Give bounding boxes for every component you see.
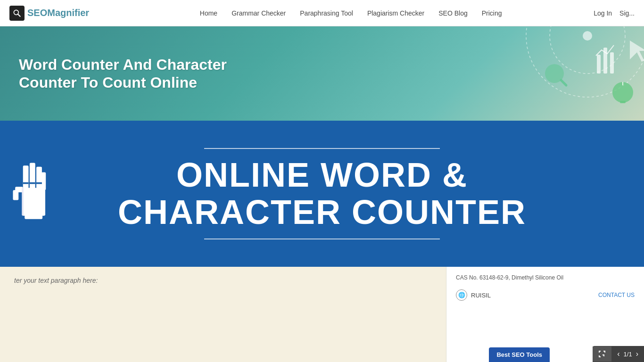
svg-rect-18 [41,173,46,190]
ruisil-label: RUISIL [471,292,491,299]
svg-point-4 [583,31,592,41]
navbar: SEOMagnifier Home Grammar Checker Paraph… [0,0,644,26]
svg-line-6 [561,80,566,85]
next-page-button[interactable]: › [636,350,638,358]
nav-links: Home Grammar Checker Paraphrasing Tool P… [108,9,594,17]
hero-decoration [408,26,644,121]
nav-paraphrasing-tool[interactable]: Paraphrasing Tool [300,9,353,17]
svg-rect-7 [597,55,601,74]
svg-rect-9 [610,52,614,74]
nav-home[interactable]: Home [200,9,217,17]
cas-text: CAS No. 63148-62-9, Dimethyl Silicone Oi… [456,274,635,281]
svg-rect-12 [620,101,626,103]
svg-rect-20 [13,190,18,200]
text-input-placeholder: ter your text paragraph here: [14,277,98,284]
bottom-area: ter your text paragraph here: CAS No. 63… [0,267,644,362]
globe-icon: 🌐 [456,289,467,301]
svg-rect-22 [30,182,35,184]
pixel-hand-icon [9,160,57,228]
svg-rect-14 [22,188,45,216]
logo-icon [9,6,25,21]
svg-rect-15 [23,165,29,190]
svg-rect-17 [36,167,42,190]
banner-title: ONLINE WORD & CHARACTER COUNTER [118,156,526,231]
seo-tools-badge[interactable]: Best SEO Tools [489,347,550,362]
page-indicator: 1/1 [624,351,632,358]
main-banner: ONLINE WORD & CHARACTER COUNTER [0,121,644,267]
hero-banner: Word Counter And Character Counter To Co… [0,26,644,121]
svg-rect-21 [23,182,29,184]
svg-marker-10 [630,41,644,62]
hero-text-area: Word Counter And Character Counter To Co… [19,56,227,92]
svg-rect-24 [25,214,42,219]
svg-rect-16 [30,163,35,189]
contact-us-link[interactable]: CONTACT US [598,292,635,298]
nav-grammar-checker[interactable]: Grammar Checker [231,9,286,17]
nav-plagiarism-checker[interactable]: Plagiarism Checker [367,9,424,17]
bottom-toolbar: ‹ 1/1 › [593,346,644,362]
svg-rect-25 [22,188,24,216]
prev-page-button[interactable]: ‹ [617,350,619,358]
fullscreen-button[interactable] [593,346,611,362]
banner-content: ONLINE WORD & CHARACTER COUNTER [118,148,526,239]
nav-pricing[interactable]: Pricing [482,9,502,17]
logo-text: SEOMagnifier [27,8,89,18]
nav-signup[interactable]: Sig... [619,9,635,17]
logo[interactable]: SEOMagnifier [9,6,89,21]
nav-seo-blog[interactable]: SEO Blog [438,9,467,17]
svg-line-1 [18,14,20,16]
ruisil-row: 🌐 RUISIL CONTACT US [456,289,635,301]
hero-title: Word Counter And Character Counter To Co… [19,56,227,92]
svg-rect-23 [36,182,42,184]
banner-line-bottom [204,239,440,239]
nav-right: Log In Sig... [594,9,635,17]
nav-login[interactable]: Log In [594,9,612,17]
page-nav: ‹ 1/1 › [611,346,644,362]
text-input-area[interactable]: ter your text paragraph here: [0,267,446,362]
banner-line-top [204,148,440,149]
